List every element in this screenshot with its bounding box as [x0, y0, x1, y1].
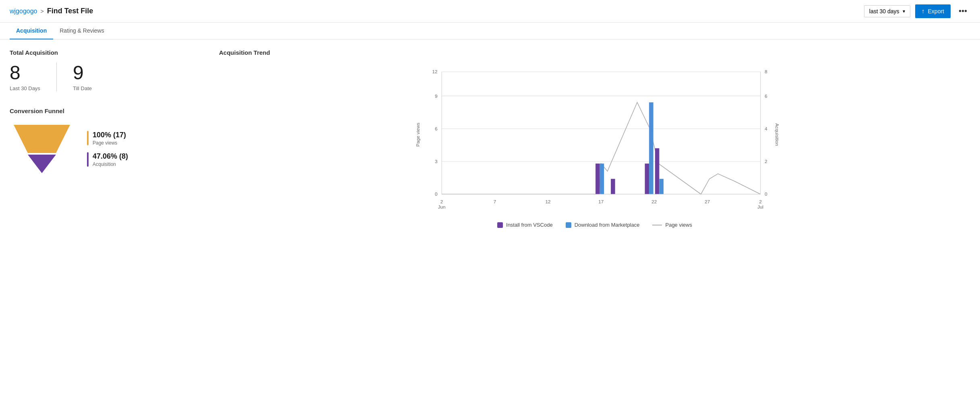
funnel-acquisition-indicator: [87, 152, 89, 167]
chart-legend: Install from VSCode Download from Market…: [219, 222, 970, 228]
date-filter-button[interactable]: last 30 days ▾: [864, 5, 910, 17]
more-icon: •••: [959, 6, 967, 15]
chart-title: Acquisition Trend: [219, 49, 970, 56]
funnel-legend: 100% (17) Page views 47.06% (8) Acquisit…: [87, 131, 128, 167]
x-label-jun: Jun: [438, 204, 446, 209]
header-actions: last 30 days ▾ ↑ Export •••: [864, 4, 970, 18]
funnel-pageviews-pct: 100% (17): [93, 131, 126, 139]
funnel-legend-pageviews: 100% (17) Page views: [87, 131, 128, 146]
main-content: Total Acquisition 8 Last 30 Days 9 Till …: [0, 39, 980, 238]
x-label-22: 22: [651, 199, 657, 204]
legend-install-label: Install from VSCode: [506, 222, 553, 228]
bar-install-18: [611, 179, 615, 194]
funnel-title: Conversion Funnel: [10, 108, 203, 114]
legend-download-swatch: [566, 222, 571, 228]
tab-rating-reviews[interactable]: Rating & Reviews: [53, 23, 111, 39]
funnel-acquisition-pct: 47.06% (8): [93, 152, 128, 161]
funnel-diagram: [10, 121, 74, 177]
acq-last30: 8 Last 30 Days: [10, 62, 56, 91]
y-right-axis-label: Acquisition: [775, 123, 780, 146]
y-left-0: 0: [435, 191, 437, 196]
legend-pageviews-swatch: [652, 225, 662, 225]
bar-download-17: [600, 163, 604, 194]
breadcrumb-separator: >: [41, 8, 44, 14]
tab-acquisition[interactable]: Acquisition: [10, 23, 53, 39]
export-button[interactable]: ↑ Export: [915, 4, 951, 18]
y-right-4: 4: [765, 126, 767, 131]
x-label-2jul: 2: [759, 199, 761, 204]
funnel-bottom-shape: [28, 155, 56, 173]
legend-download-label: Download from Marketplace: [575, 222, 640, 228]
export-icon: ↑: [922, 8, 925, 15]
legend-download-marketplace: Download from Marketplace: [566, 222, 640, 228]
conversion-funnel-section: Conversion Funnel: [10, 108, 203, 177]
x-label-12: 12: [545, 199, 550, 204]
bar-install-21: [645, 163, 649, 194]
x-label-2jun: 2: [440, 199, 443, 204]
funnel-legend-acquisition: 47.06% (8) Acquisition: [87, 152, 128, 167]
export-label: Export: [928, 8, 944, 14]
page-title: Find Test File: [47, 7, 93, 15]
acq-last30-label: Last 30 Days: [10, 85, 40, 91]
x-label-17: 17: [598, 199, 604, 204]
breadcrumb: wjgogogo > Find Test File: [10, 7, 93, 15]
left-panel: Total Acquisition 8 Last 30 Days 9 Till …: [10, 49, 203, 228]
bar-install-22: [655, 148, 660, 194]
y-left-9: 9: [435, 93, 437, 99]
bar-download-21: [649, 102, 653, 194]
y-left-axis-label: Page views: [415, 123, 420, 147]
y-right-0: 0: [765, 191, 767, 196]
funnel-acquisition-label: Acquisition: [93, 161, 128, 167]
y-right-2: 2: [765, 159, 767, 164]
acq-tilldate: 9 Till Date: [56, 62, 108, 91]
x-label-7: 7: [494, 199, 496, 204]
right-panel: Acquisition Trend 0 3 6 9 12 0 2 4 6 8 P…: [219, 49, 970, 228]
chart-container: 0 3 6 9 12 0 2 4 6 8 Page views Acquisit…: [219, 62, 970, 215]
y-left-3: 3: [435, 159, 437, 164]
acq-last30-number: 8: [10, 62, 40, 84]
funnel-pageviews-label: Page views: [93, 140, 126, 146]
acq-tilldate-number: 9: [73, 62, 92, 84]
legend-pageviews-label: Page views: [665, 222, 692, 228]
y-left-12: 12: [432, 69, 438, 74]
legend-install-vscode: Install from VSCode: [497, 222, 553, 228]
legend-install-swatch: [497, 222, 503, 228]
y-right-6: 6: [765, 93, 767, 99]
chevron-down-icon: ▾: [903, 8, 905, 14]
funnel-pageviews-indicator: [87, 131, 89, 145]
legend-page-views: Page views: [652, 222, 692, 228]
header: wjgogogo > Find Test File last 30 days ▾…: [0, 0, 980, 23]
total-acquisition-title: Total Acquisition: [10, 49, 203, 56]
tabs-nav: Acquisition Rating & Reviews: [0, 23, 980, 39]
funnel-content: 100% (17) Page views 47.06% (8) Acquisit…: [10, 121, 203, 177]
bar-install-17: [595, 163, 600, 194]
x-label-jul: Jul: [757, 204, 763, 209]
more-options-button[interactable]: •••: [955, 5, 970, 17]
acquisition-trend-chart: 0 3 6 9 12 0 2 4 6 8 Page views Acquisit…: [219, 62, 970, 215]
funnel-svg: [10, 121, 74, 177]
breadcrumb-link[interactable]: wjgogogo: [10, 8, 37, 15]
x-label-27: 27: [705, 199, 710, 204]
bar-download-22: [659, 179, 664, 194]
funnel-top-shape: [14, 125, 70, 153]
acq-tilldate-label: Till Date: [73, 85, 92, 91]
y-right-8: 8: [765, 69, 767, 74]
y-left-6: 6: [435, 126, 437, 131]
acquisition-numbers: 8 Last 30 Days 9 Till Date: [10, 62, 203, 91]
date-filter-label: last 30 days: [869, 8, 899, 14]
